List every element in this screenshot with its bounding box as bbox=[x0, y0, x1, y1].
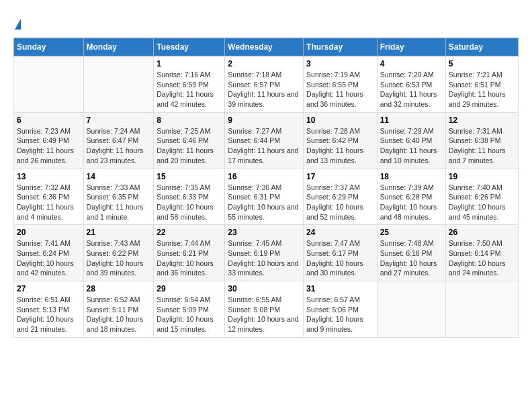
day-cell: 4Sunrise: 7:20 AM Sunset: 6:53 PM Daylig… bbox=[377, 56, 445, 113]
day-cell: 30Sunrise: 6:55 AM Sunset: 5:08 PM Dayli… bbox=[225, 281, 304, 338]
day-info: Sunrise: 7:24 AM Sunset: 6:47 PM Dayligh… bbox=[87, 126, 151, 166]
day-cell: 21Sunrise: 7:43 AM Sunset: 6:22 PM Dayli… bbox=[83, 225, 154, 281]
day-number: 31 bbox=[306, 284, 374, 293]
week-row-5: 27Sunrise: 6:51 AM Sunset: 5:13 PM Dayli… bbox=[14, 281, 519, 338]
day-number: 13 bbox=[17, 172, 81, 181]
day-info: Sunrise: 7:35 AM Sunset: 6:33 PM Dayligh… bbox=[157, 183, 222, 222]
day-info: Sunrise: 6:55 AM Sunset: 5:08 PM Dayligh… bbox=[228, 295, 300, 334]
day-number: 1 bbox=[157, 59, 222, 68]
day-info: Sunrise: 7:37 AM Sunset: 6:29 PM Dayligh… bbox=[306, 183, 374, 222]
day-cell bbox=[83, 56, 154, 113]
day-cell: 8Sunrise: 7:25 AM Sunset: 6:46 PM Daylig… bbox=[154, 112, 225, 169]
day-info: Sunrise: 7:31 AM Sunset: 6:38 PM Dayligh… bbox=[449, 126, 515, 166]
day-info: Sunrise: 7:28 AM Sunset: 6:42 PM Dayligh… bbox=[306, 126, 374, 166]
day-info: Sunrise: 7:32 AM Sunset: 6:36 PM Dayligh… bbox=[17, 183, 81, 222]
day-cell: 31Sunrise: 6:57 AM Sunset: 5:06 PM Dayli… bbox=[304, 281, 378, 338]
day-info: Sunrise: 6:54 AM Sunset: 5:09 PM Dayligh… bbox=[157, 295, 222, 334]
day-cell: 9Sunrise: 7:27 AM Sunset: 6:44 PM Daylig… bbox=[225, 112, 304, 169]
day-number: 24 bbox=[306, 228, 374, 237]
day-cell bbox=[14, 56, 84, 113]
column-header-monday: Monday bbox=[83, 38, 154, 56]
column-header-wednesday: Wednesday bbox=[225, 38, 304, 56]
week-row-1: 1Sunrise: 7:16 AM Sunset: 6:59 PM Daylig… bbox=[14, 56, 519, 113]
day-cell: 10Sunrise: 7:28 AM Sunset: 6:42 PM Dayli… bbox=[304, 112, 378, 169]
day-number: 30 bbox=[228, 284, 300, 293]
logo bbox=[13, 13, 22, 31]
day-info: Sunrise: 7:20 AM Sunset: 6:53 PM Dayligh… bbox=[380, 70, 443, 109]
day-cell: 11Sunrise: 7:29 AM Sunset: 6:40 PM Dayli… bbox=[377, 112, 445, 169]
day-number: 9 bbox=[228, 116, 300, 125]
day-cell: 6Sunrise: 7:23 AM Sunset: 6:49 PM Daylig… bbox=[14, 112, 84, 169]
day-number: 7 bbox=[87, 116, 151, 125]
day-number: 10 bbox=[306, 116, 374, 125]
day-info: Sunrise: 6:51 AM Sunset: 5:13 PM Dayligh… bbox=[17, 295, 81, 334]
day-number: 20 bbox=[17, 228, 81, 237]
day-number: 4 bbox=[380, 59, 443, 68]
day-number: 5 bbox=[449, 59, 515, 68]
day-info: Sunrise: 7:40 AM Sunset: 6:26 PM Dayligh… bbox=[449, 183, 515, 222]
day-cell: 13Sunrise: 7:32 AM Sunset: 6:36 PM Dayli… bbox=[14, 169, 84, 225]
day-info: Sunrise: 7:41 AM Sunset: 6:24 PM Dayligh… bbox=[17, 238, 81, 278]
day-cell: 22Sunrise: 7:44 AM Sunset: 6:21 PM Dayli… bbox=[154, 225, 225, 281]
day-number: 18 bbox=[380, 172, 443, 181]
week-row-3: 13Sunrise: 7:32 AM Sunset: 6:36 PM Dayli… bbox=[14, 169, 519, 225]
day-info: Sunrise: 7:43 AM Sunset: 6:22 PM Dayligh… bbox=[87, 238, 151, 278]
day-cell: 12Sunrise: 7:31 AM Sunset: 6:38 PM Dayli… bbox=[445, 112, 518, 169]
column-header-tuesday: Tuesday bbox=[154, 38, 225, 56]
day-cell bbox=[377, 281, 445, 338]
day-number: 21 bbox=[87, 228, 151, 237]
week-row-2: 6Sunrise: 7:23 AM Sunset: 6:49 PM Daylig… bbox=[14, 112, 519, 169]
day-cell: 7Sunrise: 7:24 AM Sunset: 6:47 PM Daylig… bbox=[83, 112, 154, 169]
column-header-friday: Friday bbox=[377, 38, 445, 56]
day-cell: 24Sunrise: 7:47 AM Sunset: 6:17 PM Dayli… bbox=[304, 225, 378, 281]
day-info: Sunrise: 7:18 AM Sunset: 6:57 PM Dayligh… bbox=[228, 70, 300, 109]
day-cell: 18Sunrise: 7:39 AM Sunset: 6:28 PM Dayli… bbox=[377, 169, 445, 225]
day-cell: 26Sunrise: 7:50 AM Sunset: 6:14 PM Dayli… bbox=[445, 225, 518, 281]
day-number: 26 bbox=[449, 228, 515, 237]
day-cell: 19Sunrise: 7:40 AM Sunset: 6:26 PM Dayli… bbox=[445, 169, 518, 225]
day-cell: 5Sunrise: 7:21 AM Sunset: 6:51 PM Daylig… bbox=[445, 56, 518, 113]
day-number: 2 bbox=[228, 59, 300, 68]
day-number: 19 bbox=[449, 172, 515, 181]
day-number: 25 bbox=[380, 228, 443, 237]
day-number: 3 bbox=[306, 59, 374, 68]
day-info: Sunrise: 7:16 AM Sunset: 6:59 PM Dayligh… bbox=[157, 70, 222, 109]
day-info: Sunrise: 7:25 AM Sunset: 6:46 PM Dayligh… bbox=[157, 126, 222, 166]
day-number: 22 bbox=[157, 228, 222, 237]
day-info: Sunrise: 7:29 AM Sunset: 6:40 PM Dayligh… bbox=[380, 126, 443, 166]
column-header-sunday: Sunday bbox=[14, 38, 84, 56]
day-info: Sunrise: 7:23 AM Sunset: 6:49 PM Dayligh… bbox=[17, 126, 81, 166]
day-cell: 28Sunrise: 6:52 AM Sunset: 5:11 PM Dayli… bbox=[83, 281, 154, 338]
day-info: Sunrise: 7:33 AM Sunset: 6:35 PM Dayligh… bbox=[87, 183, 151, 222]
day-cell: 23Sunrise: 7:45 AM Sunset: 6:19 PM Dayli… bbox=[225, 225, 304, 281]
day-cell: 20Sunrise: 7:41 AM Sunset: 6:24 PM Dayli… bbox=[14, 225, 84, 281]
day-info: Sunrise: 7:44 AM Sunset: 6:21 PM Dayligh… bbox=[157, 238, 222, 278]
day-cell: 15Sunrise: 7:35 AM Sunset: 6:33 PM Dayli… bbox=[154, 169, 225, 225]
day-info: Sunrise: 7:50 AM Sunset: 6:14 PM Dayligh… bbox=[449, 238, 515, 278]
day-info: Sunrise: 7:47 AM Sunset: 6:17 PM Dayligh… bbox=[306, 238, 374, 278]
day-info: Sunrise: 7:27 AM Sunset: 6:44 PM Dayligh… bbox=[228, 126, 300, 166]
day-info: Sunrise: 7:19 AM Sunset: 6:55 PM Dayligh… bbox=[306, 70, 374, 109]
day-number: 6 bbox=[17, 116, 81, 125]
day-number: 17 bbox=[306, 172, 374, 181]
day-cell: 27Sunrise: 6:51 AM Sunset: 5:13 PM Dayli… bbox=[14, 281, 84, 338]
day-cell bbox=[445, 281, 518, 338]
day-number: 23 bbox=[228, 228, 300, 237]
day-cell: 3Sunrise: 7:19 AM Sunset: 6:55 PM Daylig… bbox=[304, 56, 378, 113]
day-cell: 25Sunrise: 7:48 AM Sunset: 6:16 PM Dayli… bbox=[377, 225, 445, 281]
day-number: 14 bbox=[87, 172, 151, 181]
day-cell: 1Sunrise: 7:16 AM Sunset: 6:59 PM Daylig… bbox=[154, 56, 225, 113]
column-header-thursday: Thursday bbox=[304, 38, 378, 56]
day-number: 15 bbox=[157, 172, 222, 181]
header-row: SundayMondayTuesdayWednesdayThursdayFrid… bbox=[14, 38, 519, 56]
logo-icon bbox=[15, 19, 21, 30]
day-info: Sunrise: 7:39 AM Sunset: 6:28 PM Dayligh… bbox=[380, 183, 443, 222]
day-info: Sunrise: 6:57 AM Sunset: 5:06 PM Dayligh… bbox=[306, 295, 374, 334]
day-info: Sunrise: 6:52 AM Sunset: 5:11 PM Dayligh… bbox=[87, 295, 151, 334]
day-info: Sunrise: 7:21 AM Sunset: 6:51 PM Dayligh… bbox=[449, 70, 515, 109]
day-cell: 29Sunrise: 6:54 AM Sunset: 5:09 PM Dayli… bbox=[154, 281, 225, 338]
day-cell: 17Sunrise: 7:37 AM Sunset: 6:29 PM Dayli… bbox=[304, 169, 378, 225]
day-info: Sunrise: 7:48 AM Sunset: 6:16 PM Dayligh… bbox=[380, 238, 443, 278]
week-row-4: 20Sunrise: 7:41 AM Sunset: 6:24 PM Dayli… bbox=[14, 225, 519, 281]
day-info: Sunrise: 7:36 AM Sunset: 6:31 PM Dayligh… bbox=[228, 183, 300, 222]
